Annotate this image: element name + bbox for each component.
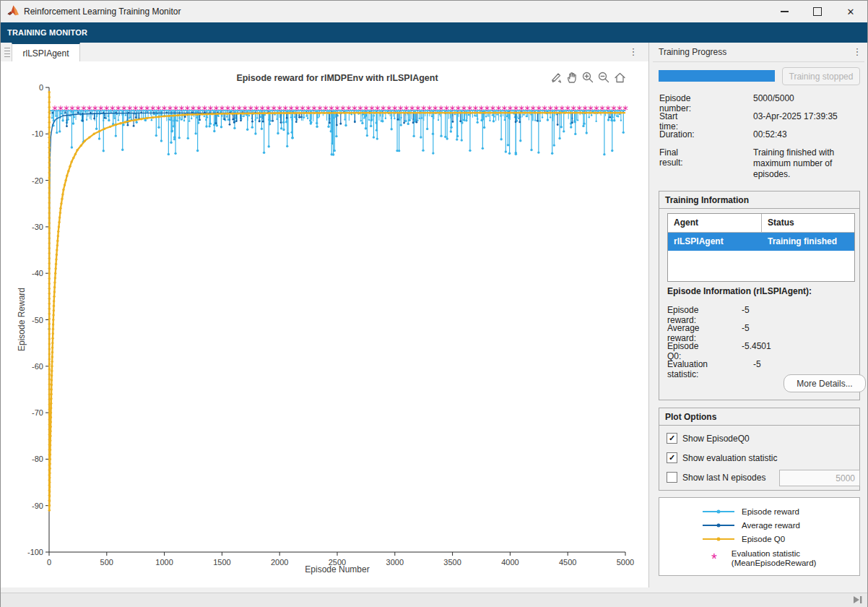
evaluation-statistic-point: * (427, 104, 433, 117)
evaluation-statistic-point: * (104, 104, 110, 117)
panel-menu-icon[interactable]: ⋮ (852, 45, 862, 59)
duration-value: 00:52:43 (753, 129, 863, 140)
evaluation-statistic-point: * (531, 104, 537, 117)
evaluation-statistic-point: * (599, 104, 605, 117)
skip-to-end-icon[interactable] (853, 595, 863, 604)
evaluation-statistic-point: * (559, 104, 565, 117)
last-n-episodes-input[interactable] (779, 470, 860, 486)
training-progress-panel: Training Progress ⋮ Training stopped Epi… (653, 43, 864, 587)
evaluation-statistic-point: * (110, 104, 116, 117)
evaluation-statistic-point: * (513, 104, 519, 117)
evaluation-statistic-point: * (525, 104, 531, 117)
x-tick-label: 1000 (155, 558, 173, 567)
close-icon: ✕ (847, 7, 855, 17)
ribbon-tab-training-monitor[interactable]: TRAINING MONITOR (7, 28, 87, 37)
y-tick-label: -20 (32, 176, 43, 185)
final-result-value: Training finished with maximum number of… (753, 147, 863, 180)
evaluation-statistic-point: * (150, 104, 156, 117)
evaluation-statistic-point: * (582, 104, 588, 117)
table-header-row: Agent Status (668, 214, 854, 233)
training-stopped-button[interactable]: Training stopped (782, 67, 860, 85)
training-information-section: Training Information Agent Status rlLSPI… (659, 191, 860, 400)
evaluation-statistic-point: * (133, 104, 139, 117)
evaluation-statistic-point: * (254, 104, 260, 117)
evaluation-statistic-point: * (191, 104, 196, 117)
evaluation-statistic-point: * (519, 104, 525, 117)
evaluation-statistic-point: * (357, 104, 363, 117)
legend-label: Episode reward (742, 507, 799, 516)
evaluation-statistic-value: -5 (753, 359, 863, 370)
more-details-button[interactable]: More Details... (784, 374, 866, 392)
evaluation-statistic-point: * (323, 104, 329, 117)
drag-grip-icon[interactable] (3, 46, 12, 58)
status-cell: Training finished (762, 233, 854, 251)
chart-panel[interactable]: Episode reward for rlMDPEnv with rlLSPIA… (1, 61, 648, 587)
checkbox-row-show-episodeq0: ✓ Show EpisodeQ0 (667, 433, 750, 444)
evaluation-statistic-point: * (121, 104, 127, 117)
evaluation-statistic-point: * (294, 104, 300, 117)
evaluation-statistic-point: * (490, 104, 496, 117)
y-tick-label: -30 (32, 223, 43, 231)
training-plot[interactable]: 0-10-20-30-40-50-60-70-80-90-10005001000… (1, 61, 648, 587)
checkbox-show-evaluation-statistic[interactable]: ✓ (667, 452, 677, 463)
tab-strip-menu-icon[interactable]: ⋮ (628, 45, 638, 59)
evaluation-statistic-point: * (588, 104, 594, 117)
training-information-title: Training Information (665, 195, 749, 205)
y-tick-label: -100 (27, 548, 43, 556)
ribbon-bar: TRAINING MONITOR (1, 22, 867, 43)
table-row-rllspiagent[interactable]: rlLSPIAgent Training finished (668, 233, 854, 251)
evaluation-statistic-point: * (64, 104, 69, 117)
evaluation-statistic-point: * (116, 104, 121, 117)
episode-q0-label: Episode Q0: (667, 341, 698, 361)
evaluation-statistic-point: * (185, 104, 191, 117)
episode-reward-label: Episode reward: (667, 305, 698, 325)
x-tick-label: 4000 (501, 558, 518, 567)
evaluation-statistic-point: * (450, 104, 456, 117)
evaluation-statistic-point: * (168, 104, 173, 117)
start-time-value: 03-Apr-2025 17:39:35 (753, 111, 863, 122)
evaluation-statistic-point: * (58, 104, 64, 117)
checkbox-label: Show evaluation statistic (682, 453, 777, 463)
evaluation-statistic-point: * (433, 104, 438, 117)
evaluation-statistic-point: * (139, 104, 144, 117)
evaluation-statistic-point: * (282, 104, 288, 117)
checkbox-label: Show EpisodeQ0 (682, 434, 750, 444)
evaluation-statistic-point: * (237, 104, 243, 117)
evaluation-statistic-point: * (473, 104, 479, 117)
maximize-button[interactable] (803, 1, 832, 22)
tab-label: rlLSPIAgent (22, 48, 69, 59)
checkbox-row-show-last-n-episodes: Show last N episodes (667, 472, 765, 483)
evaluation-statistic-point: * (605, 104, 611, 117)
y-tick-label: -40 (32, 269, 43, 277)
evaluation-statistic-point: * (98, 104, 104, 117)
legend-entry-average-reward: Average reward (659, 519, 859, 532)
evaluation-statistic-point: * (311, 104, 317, 117)
evaluation-statistic-point: * (156, 104, 162, 117)
minimize-button[interactable] (770, 1, 799, 22)
evaluation-statistic-point: * (576, 104, 582, 117)
evaluation-statistic-point: * (502, 104, 508, 117)
close-button[interactable]: ✕ (836, 1, 865, 22)
evaluation-statistic-point: * (570, 104, 576, 117)
evaluation-statistic-point: * (288, 104, 294, 117)
average-reward-value: -5 (742, 323, 851, 334)
evaluation-statistic-point: * (508, 104, 513, 117)
checkbox-show-last-n-episodes[interactable] (667, 472, 677, 483)
training-progress-bar (659, 70, 775, 82)
evaluation-statistic-point: * (392, 104, 398, 117)
evaluation-statistic-point: * (409, 104, 415, 117)
evaluation-statistic-point: * (467, 104, 473, 117)
x-tick-label: 0 (47, 558, 51, 567)
panel-title: Training Progress (659, 47, 726, 57)
average-reward-line-sample (703, 525, 734, 526)
x-tick-label: 3500 (443, 558, 461, 567)
tab-rllspiagent[interactable]: rlLSPIAgent (12, 43, 80, 62)
checkbox-show-episodeq0[interactable]: ✓ (667, 433, 677, 444)
x-tick-label: 4500 (559, 558, 576, 567)
y-tick-label: -70 (32, 408, 43, 417)
evaluation-statistic-point: * (75, 104, 81, 117)
y-tick-label: 0 (39, 83, 43, 92)
x-tick-label: 2000 (271, 558, 288, 567)
evaluation-statistic-point: * (461, 104, 467, 117)
legend-entry-episode-q0: Episode Q0 (659, 533, 859, 546)
